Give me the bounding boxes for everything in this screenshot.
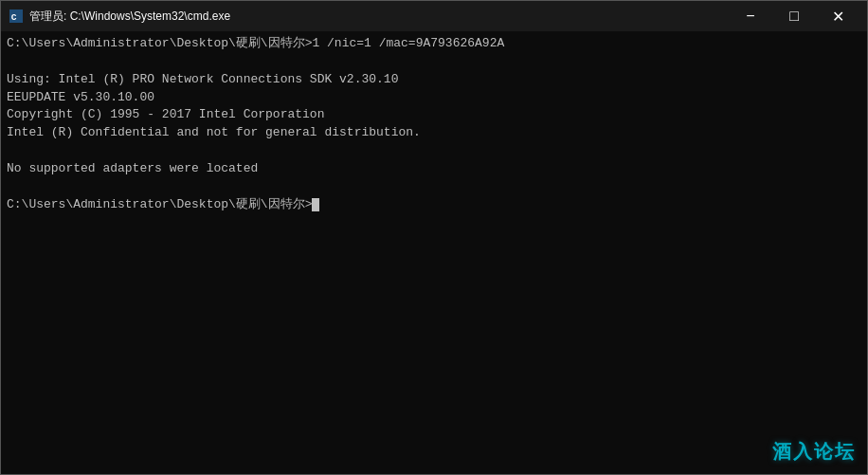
close-button[interactable]: ✕	[816, 1, 859, 31]
window-title: 管理员: C:\Windows\System32\cmd.exe	[29, 9, 729, 25]
terminal-line: C:\Users\Administrator\Desktop\硬刷\因特尔>1 …	[7, 35, 861, 53]
title-bar: C 管理员: C:\Windows\System32\cmd.exe − □ ✕	[1, 1, 867, 31]
terminal-line: Intel (R) Confidential and not for gener…	[7, 124, 861, 142]
cmd-icon: C	[9, 9, 24, 24]
cursor	[312, 198, 319, 211]
terminal-line	[7, 178, 861, 196]
svg-text:C: C	[11, 12, 17, 23]
window-controls: − □ ✕	[729, 1, 859, 31]
terminal-body[interactable]: C:\Users\Administrator\Desktop\硬刷\因特尔>1 …	[1, 31, 867, 474]
terminal-line	[7, 53, 861, 71]
terminal-line: EEUPDATE v5.30.10.00	[7, 89, 861, 107]
minimize-button[interactable]: −	[729, 1, 772, 31]
cmd-window: C 管理员: C:\Windows\System32\cmd.exe − □ ✕…	[0, 0, 868, 475]
terminal-line: C:\Users\Administrator\Desktop\硬刷\因特尔>	[7, 196, 861, 214]
watermark: 酒入论坛	[772, 439, 856, 465]
terminal-line: Using: Intel (R) PRO Network Connections…	[7, 71, 861, 89]
terminal-output: C:\Users\Administrator\Desktop\硬刷\因特尔>1 …	[7, 35, 861, 213]
maximize-button[interactable]: □	[772, 1, 816, 31]
terminal-line: Copyright (C) 1995 - 2017 Intel Corporat…	[7, 106, 861, 124]
terminal-line	[7, 142, 861, 160]
terminal-line: No supported adapters were located	[7, 160, 861, 178]
